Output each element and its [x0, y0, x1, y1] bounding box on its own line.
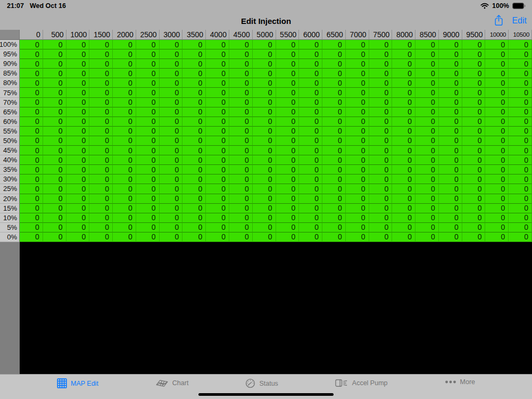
table-cell[interactable]: 0	[89, 49, 113, 59]
table-cell[interactable]: 0	[415, 136, 439, 146]
table-cell[interactable]: 0	[485, 98, 509, 107]
table-cell[interactable]: 0	[346, 40, 369, 49]
table-cell[interactable]: 0	[369, 49, 393, 59]
table-cell[interactable]: 0	[485, 165, 509, 174]
table-cell[interactable]: 0	[20, 223, 43, 232]
table-cell[interactable]: 0	[276, 174, 300, 184]
table-cell[interactable]: 0	[322, 174, 346, 184]
table-cell[interactable]: 0	[439, 146, 462, 155]
table-cell[interactable]: 0	[206, 155, 229, 165]
table-cell[interactable]: 0	[160, 127, 183, 136]
table-cell[interactable]: 0	[485, 146, 509, 155]
table-cell[interactable]: 0	[206, 165, 229, 174]
table-cell[interactable]: 0	[439, 69, 462, 78]
table-cell[interactable]: 0	[485, 49, 509, 59]
table-cell[interactable]: 0	[346, 194, 369, 204]
table-cell[interactable]: 0	[113, 117, 136, 127]
table-cell[interactable]: 0	[415, 165, 439, 174]
table-cell[interactable]: 0	[439, 117, 462, 127]
table-cell[interactable]: 0	[392, 146, 415, 155]
table-cell[interactable]: 0	[160, 40, 183, 49]
table-cell[interactable]: 0	[439, 136, 462, 146]
table-cell[interactable]: 0	[89, 213, 113, 223]
tab-map-edit[interactable]: MAP Edit	[57, 378, 98, 388]
table-cell[interactable]: 0	[392, 204, 415, 213]
table-cell[interactable]: 0	[392, 49, 415, 59]
table-cell[interactable]: 0	[66, 78, 90, 88]
table-cell[interactable]: 0	[509, 49, 532, 59]
table-cell[interactable]: 0	[113, 88, 136, 97]
table-cell[interactable]: 0	[66, 69, 90, 78]
table-cell[interactable]: 0	[20, 69, 43, 78]
table-cell[interactable]: 0	[206, 146, 229, 155]
table-cell[interactable]: 0	[392, 165, 415, 174]
table-cell[interactable]: 0	[136, 117, 160, 127]
table-cell[interactable]: 0	[20, 117, 43, 127]
table-cell[interactable]: 0	[136, 146, 160, 155]
table-cell[interactable]: 0	[485, 194, 509, 204]
table-cell[interactable]: 0	[43, 232, 66, 242]
table-cell[interactable]: 0	[485, 59, 509, 69]
table-cell[interactable]: 0	[89, 107, 113, 117]
table-cell[interactable]: 0	[229, 117, 253, 127]
table-cell[interactable]: 0	[462, 49, 486, 59]
table-cell[interactable]: 0	[136, 194, 160, 204]
table-cell[interactable]: 0	[43, 204, 66, 213]
table-cell[interactable]: 0	[253, 155, 276, 165]
table-cell[interactable]: 0	[392, 127, 415, 136]
table-cell[interactable]: 0	[439, 174, 462, 184]
table-cell[interactable]: 0	[462, 127, 486, 136]
table-cell[interactable]: 0	[322, 213, 346, 223]
table-cell[interactable]: 0	[160, 69, 183, 78]
table-cell[interactable]: 0	[299, 223, 322, 232]
table-cell[interactable]: 0	[276, 213, 300, 223]
table-cell[interactable]: 0	[136, 49, 160, 59]
table-cell[interactable]: 0	[439, 155, 462, 165]
table-cell[interactable]: 0	[43, 213, 66, 223]
table-cell[interactable]: 0	[509, 194, 532, 204]
table-cell[interactable]: 0	[160, 165, 183, 174]
table-cell[interactable]: 0	[43, 223, 66, 232]
table-cell[interactable]: 0	[113, 107, 136, 117]
table-cell[interactable]: 0	[322, 117, 346, 127]
table-cell[interactable]: 0	[299, 194, 322, 204]
table-cell[interactable]: 0	[322, 88, 346, 97]
table-cell[interactable]: 0	[439, 88, 462, 97]
table-cell[interactable]: 0	[229, 127, 253, 136]
table-cell[interactable]: 0	[182, 59, 206, 69]
table-cell[interactable]: 0	[66, 223, 90, 232]
table-cell[interactable]: 0	[20, 184, 43, 194]
table-cell[interactable]: 0	[276, 40, 300, 49]
table-cell[interactable]: 0	[485, 136, 509, 146]
table-cell[interactable]: 0	[20, 127, 43, 136]
table-cell[interactable]: 0	[462, 165, 486, 174]
table-cell[interactable]: 0	[206, 117, 229, 127]
table-cell[interactable]: 0	[113, 194, 136, 204]
table-cell[interactable]: 0	[322, 127, 346, 136]
table-cell[interactable]: 0	[415, 213, 439, 223]
table-cell[interactable]: 0	[276, 59, 300, 69]
table-cell[interactable]: 0	[439, 40, 462, 49]
table-cell[interactable]: 0	[206, 88, 229, 97]
table-cell[interactable]: 0	[509, 136, 532, 146]
table-cell[interactable]: 0	[276, 49, 300, 59]
table-cell[interactable]: 0	[322, 136, 346, 146]
table-cell[interactable]: 0	[485, 117, 509, 127]
table-cell[interactable]: 0	[276, 88, 300, 97]
table-cell[interactable]: 0	[66, 194, 90, 204]
table-cell[interactable]: 0	[322, 232, 346, 242]
table-cell[interactable]: 0	[485, 184, 509, 194]
table-cell[interactable]: 0	[462, 117, 486, 127]
tab-chart[interactable]: Chart	[155, 378, 189, 387]
table-cell[interactable]: 0	[392, 136, 415, 146]
table-cell[interactable]: 0	[299, 88, 322, 97]
table-cell[interactable]: 0	[392, 40, 415, 49]
table-cell[interactable]: 0	[253, 146, 276, 155]
table-cell[interactable]: 0	[439, 194, 462, 204]
table-cell[interactable]: 0	[369, 40, 393, 49]
table-cell[interactable]: 0	[136, 213, 160, 223]
table-cell[interactable]: 0	[322, 165, 346, 174]
table-cell[interactable]: 0	[253, 49, 276, 59]
table-cell[interactable]: 0	[43, 59, 66, 69]
table-cell[interactable]: 0	[113, 98, 136, 107]
